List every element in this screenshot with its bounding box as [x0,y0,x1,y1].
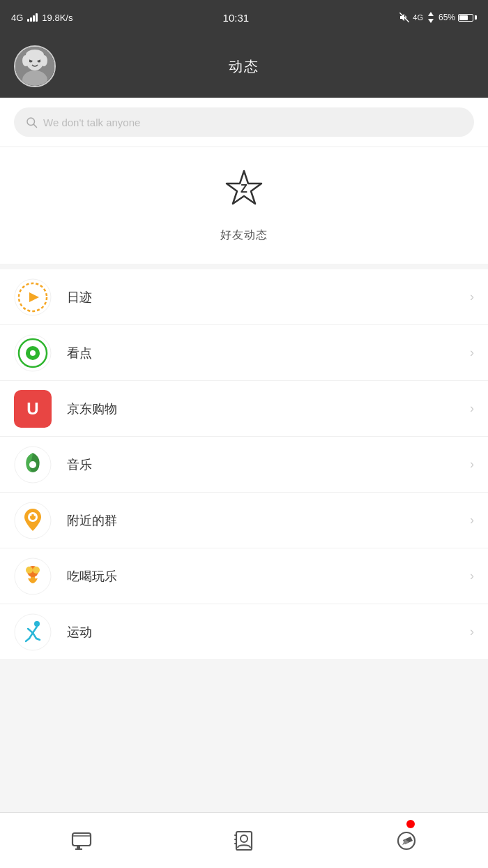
music-chevron: › [470,457,474,472]
food-chevron: › [470,569,474,583]
star-icon: Z [222,168,266,221]
sport-chevron: › [470,624,474,639]
riji-label: 日迹 [67,289,470,306]
menu-item-jingdong[interactable]: U 京东购物 › [0,381,488,437]
battery-percent: 65% [439,13,455,22]
status-left: 4G 19.8K/s [11,13,73,23]
riji-chevron: › [470,290,474,304]
menu-item-food[interactable]: 吃喝玩乐 › [0,548,488,604]
user-avatar[interactable] [14,45,56,87]
search-bar[interactable]: We don't talk anyone [14,107,474,137]
data-arrows-icon [426,12,436,23]
svg-text:U: U [26,399,38,418]
status-time: 10:31 [223,12,250,24]
kandian-chevron: › [470,345,474,360]
status-bar: 4G 19.8K/s 10:31 4G 65% [0,0,488,35]
svg-marker-2 [428,19,434,23]
search-icon [25,116,38,128]
nav-bar: 动态 [0,35,488,98]
svg-point-33 [33,567,40,574]
svg-point-20 [30,350,36,356]
svg-point-23 [29,461,36,468]
riji-icon [14,278,52,316]
menu-item-nearby[interactable]: 附近的群 › [0,493,488,548]
friend-activity-section: Z 好友动态 [0,147,488,269]
svg-point-28 [34,514,36,516]
speed-label: 19.8K/s [42,13,73,23]
svg-point-9 [22,55,29,66]
sport-label: 运动 [67,624,470,641]
nearby-label: 附近的群 [67,512,470,529]
bottom-nav-discover[interactable] [326,813,488,868]
music-icon [14,446,52,484]
svg-point-10 [40,55,47,66]
friend-activity-label: 好友动态 [220,228,268,243]
nearby-chevron: › [470,513,474,527]
jingdong-chevron: › [470,401,474,416]
battery-icon [458,14,477,22]
4g-icon: 4G [413,13,423,22]
music-label: 音乐 [67,456,470,473]
kandian-label: 看点 [67,345,470,361]
status-right: 4G 65% [399,12,477,23]
svg-point-47 [241,835,247,842]
discover-red-dot [406,820,415,828]
avatar-image [15,47,54,86]
contacts-icon [233,830,255,852]
search-placeholder: We don't talk anyone [43,117,140,128]
menu-item-sport[interactable]: 运动 › [0,604,488,660]
svg-point-32 [26,567,33,574]
message-icon [70,830,93,852]
sport-icon [14,613,52,651]
svg-rect-46 [236,832,252,850]
mute-icon [399,12,410,23]
bottom-nav-contacts[interactable] [162,813,325,868]
page-title: 动态 [229,57,259,76]
discover-icon [395,830,418,852]
nearby-icon [14,502,52,539]
kandian-icon [14,334,52,372]
svg-text:Z: Z [241,183,247,195]
network-label: 4G [11,13,23,23]
bottom-nav [0,812,488,868]
svg-rect-42 [73,833,91,846]
food-icon [14,558,52,595]
svg-marker-1 [428,12,434,16]
menu-item-riji[interactable]: 日迹 › [0,269,488,325]
activity-star-icon: Z [222,168,266,213]
svg-line-12 [33,124,36,127]
svg-point-27 [30,514,32,516]
jingdong-icon: U [14,390,52,428]
menu-list: 日迹 › 看点 › U 京东购物 › [0,269,488,660]
search-container: We don't talk anyone [0,98,488,147]
bottom-nav-message[interactable] [0,813,162,868]
signal-bars [27,13,38,22]
food-label: 吃喝玩乐 [67,568,470,585]
jingdong-label: 京东购物 [67,401,470,417]
menu-item-music[interactable]: 音乐 › [0,437,488,493]
menu-item-kandian[interactable]: 看点 › [0,325,488,381]
